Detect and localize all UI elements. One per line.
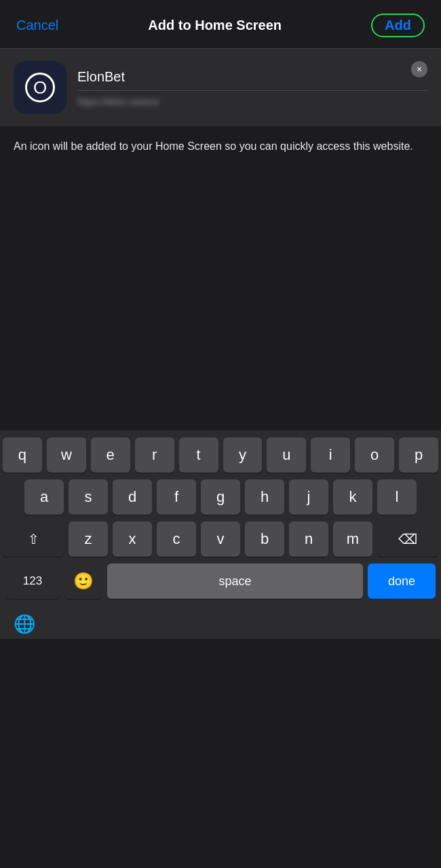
key-k[interactable]: k xyxy=(333,479,372,515)
key-h[interactable]: h xyxy=(245,479,284,515)
keyboard-bottom-row: 123 🙂 space done xyxy=(3,564,438,599)
key-q[interactable]: q xyxy=(3,437,42,473)
app-url: https://elton.casino/ xyxy=(77,91,427,107)
header: Cancel Add to Home Screen Add xyxy=(0,0,441,48)
app-details: https://elton.casino/ xyxy=(77,68,427,107)
delete-key[interactable]: ⌫ xyxy=(377,521,438,557)
app-icon: O xyxy=(14,61,66,114)
key-r[interactable]: r xyxy=(135,437,174,473)
key-m[interactable]: m xyxy=(333,521,372,557)
key-l[interactable]: l xyxy=(377,479,417,515)
shift-key[interactable]: ⇧ xyxy=(3,521,64,557)
keyboard-row-3: ⇧ z x c v b n m ⌫ xyxy=(3,521,438,557)
content-spacer xyxy=(0,166,441,431)
key-v[interactable]: v xyxy=(201,521,240,557)
key-c[interactable]: c xyxy=(157,521,196,557)
app-icon-letter: O xyxy=(25,73,55,102)
page-title: Add to Home Screen xyxy=(148,18,282,33)
key-s[interactable]: s xyxy=(69,479,108,515)
key-o[interactable]: o xyxy=(355,437,394,473)
key-u[interactable]: u xyxy=(267,437,306,473)
key-x[interactable]: x xyxy=(113,521,152,557)
key-n[interactable]: n xyxy=(289,521,328,557)
key-y[interactable]: y xyxy=(223,437,263,473)
globe-row: 🌐 xyxy=(0,607,441,639)
key-d[interactable]: d xyxy=(113,479,152,515)
key-f[interactable]: f xyxy=(157,479,196,515)
app-name-input[interactable] xyxy=(77,68,427,91)
space-key[interactable]: space xyxy=(107,564,363,599)
description-text: An icon will be added to your Home Scree… xyxy=(0,126,441,166)
keyboard: q w e r t y u i o p a s d f g h j k l ⇧ … xyxy=(0,431,441,607)
key-z[interactable]: z xyxy=(69,521,108,557)
key-i[interactable]: i xyxy=(311,437,350,473)
key-w[interactable]: w xyxy=(47,437,86,473)
key-b[interactable]: b xyxy=(245,521,284,557)
keyboard-row-2: a s d f g h j k l xyxy=(3,479,438,515)
clear-button[interactable]: × xyxy=(411,61,427,77)
add-button[interactable]: Add xyxy=(371,14,425,37)
key-p[interactable]: p xyxy=(399,437,438,473)
numbers-key[interactable]: 123 xyxy=(5,564,60,599)
key-t[interactable]: t xyxy=(179,437,218,473)
done-key[interactable]: done xyxy=(368,564,436,599)
key-g[interactable]: g xyxy=(201,479,240,515)
globe-icon[interactable]: 🌐 xyxy=(14,614,35,635)
key-j[interactable]: j xyxy=(289,479,328,515)
emoji-key[interactable]: 🙂 xyxy=(64,564,102,599)
cancel-button[interactable]: Cancel xyxy=(16,18,58,33)
keyboard-row-1: q w e r t y u i o p xyxy=(3,437,438,473)
key-e[interactable]: e xyxy=(91,437,130,473)
app-info-section: O https://elton.casino/ × xyxy=(0,49,441,126)
key-a[interactable]: a xyxy=(24,479,64,515)
